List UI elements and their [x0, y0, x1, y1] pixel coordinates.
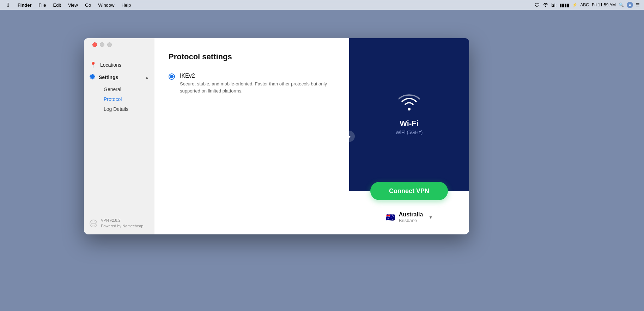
- footer-powered: Powered by Namecheap: [101, 223, 143, 229]
- left-panel: 📍 Locations Settings ▲ General Protocol …: [84, 38, 349, 234]
- location-city: Brisbane: [399, 218, 423, 223]
- vpn-panel: ▶ Wi-Fi WiFi (5GHz) Connect VPN 🇦🇺: [349, 38, 469, 234]
- battery-icon[interactable]: ▮▮▮▮: [559, 2, 569, 8]
- ikev2-description: Secure, stable, and mobile-oriented. Fas…: [180, 80, 328, 94]
- submenu-general[interactable]: General: [98, 84, 154, 94]
- page-title: Protocol settings: [169, 52, 335, 61]
- menubar-file[interactable]: File: [36, 2, 49, 8]
- location-selector[interactable]: 🇦🇺 Australia Brisbane ▼: [385, 211, 433, 223]
- menubar-window[interactable]: Window: [95, 2, 117, 8]
- main-content: Protocol settings IKEv2 Secure, stable, …: [154, 38, 349, 234]
- menubar:  Finder File Edit View Go Window Help 🛡…: [0, 0, 644, 10]
- ikev2-name: IKEv2: [180, 73, 328, 79]
- connection-type-label: Wi-Fi: [400, 119, 419, 128]
- charging-icon[interactable]: ⚡: [572, 2, 577, 7]
- menubar-left:  Finder File Edit View Go Window Help: [4, 1, 134, 9]
- sidebar-item-locations[interactable]: 📍 Locations: [84, 59, 154, 71]
- vpn-menubar-icon[interactable]: 🛡: [535, 2, 540, 8]
- settings-gear-icon: [90, 74, 95, 81]
- submenu-log-details[interactable]: Log Details: [98, 104, 154, 114]
- avatar-icon[interactable]: A: [627, 2, 633, 8]
- wifi-menubar-icon[interactable]: [543, 2, 548, 8]
- location-info: Australia Brisbane: [399, 211, 423, 223]
- submenu-protocol[interactable]: Protocol: [98, 94, 154, 104]
- footer-version: VPN v2.8.2: [101, 218, 143, 223]
- location-country: Australia: [399, 211, 423, 218]
- wifi-signal-icon: [399, 94, 420, 112]
- sidebar-item-settings[interactable]: Settings ▲: [84, 71, 154, 84]
- wifi-icon-container: [399, 94, 420, 113]
- country-flag-icon: 🇦🇺: [385, 213, 395, 222]
- maximize-button[interactable]: [107, 42, 112, 47]
- sidebar-locations-label: Locations: [100, 62, 121, 68]
- ikev2-radio[interactable]: [169, 73, 175, 80]
- location-pin-icon: 📍: [90, 61, 97, 68]
- keyboard-layout[interactable]: ABC: [580, 2, 589, 7]
- settings-submenu: General Protocol Log Details: [84, 84, 154, 114]
- connect-vpn-button[interactable]: Connect VPN: [370, 182, 448, 200]
- menubar-right: 🛡 ʪl; ▮▮▮▮ ⚡ ABC Fri 11:59 AM 🔍 A ☰: [535, 2, 640, 8]
- protocol-option-ikev2[interactable]: IKEv2 Secure, stable, and mobile-oriente…: [169, 73, 335, 94]
- sidebar-settings-label: Settings: [99, 74, 118, 80]
- vpn-bottom-section: Connect VPN 🇦🇺 Australia Brisbane ▼: [349, 191, 469, 234]
- sidebar-nav: 📍 Locations Settings ▲ General Protocol …: [84, 56, 154, 117]
- menubar-edit[interactable]: Edit: [50, 2, 64, 8]
- settings-expand-arrow: ▲: [145, 75, 149, 79]
- control-center-icon[interactable]: ☰: [636, 2, 640, 7]
- toggle-arrow-icon: ▶: [349, 134, 351, 139]
- menubar-view[interactable]: View: [65, 2, 81, 8]
- ikev2-info: IKEv2 Secure, stable, and mobile-oriente…: [180, 73, 328, 94]
- connection-detail-label: WiFi (5GHz): [396, 130, 423, 135]
- window-controls: [87, 38, 117, 51]
- app-window: 📍 Locations Settings ▲ General Protocol …: [84, 38, 469, 234]
- menubar-finder[interactable]: Finder: [15, 2, 35, 8]
- footer-text: VPN v2.8.2 Powered by Namecheap: [101, 218, 143, 229]
- search-icon[interactable]: 🔍: [619, 2, 624, 7]
- bluetooth-icon[interactable]: ʪl;: [551, 2, 557, 8]
- menubar-go[interactable]: Go: [82, 2, 94, 8]
- apple-menu[interactable]: : [4, 1, 12, 9]
- vpn-top-section: Wi-Fi WiFi (5GHz): [349, 38, 469, 191]
- sidebar: 📍 Locations Settings ▲ General Protocol …: [84, 38, 154, 234]
- menubar-help[interactable]: Help: [119, 2, 134, 8]
- close-button[interactable]: [92, 42, 97, 47]
- minimize-button[interactable]: [100, 42, 104, 47]
- sidebar-footer: VPN v2.8.2 Powered by Namecheap: [84, 212, 154, 234]
- clock: Fri 11:59 AM: [592, 2, 616, 7]
- footer-logo-icon: [90, 220, 97, 227]
- ikev2-radio-inner: [170, 75, 174, 78]
- location-dropdown-arrow[interactable]: ▼: [429, 215, 433, 220]
